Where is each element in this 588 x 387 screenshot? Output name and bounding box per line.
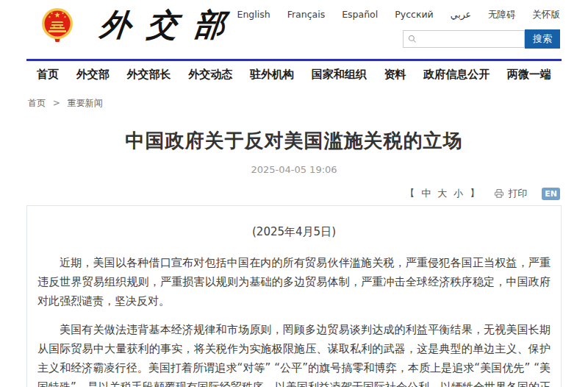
font-medium-button[interactable]: 中 bbox=[421, 187, 431, 200]
bracket-close: 】 bbox=[470, 187, 479, 200]
breadcrumb-separator: > bbox=[53, 98, 60, 108]
font-large-button[interactable]: 大 bbox=[437, 187, 447, 200]
mfa-calligraphy: 外交部 bbox=[98, 4, 243, 46]
site-header: 外交部 English Français Español Русский عرب… bbox=[0, 0, 588, 59]
page-title: 中国政府关于反对美国滥施关税的立场 bbox=[26, 128, 562, 154]
nav-item-ministry[interactable]: 外交部 bbox=[76, 68, 110, 82]
print-label: 打印 bbox=[508, 187, 527, 200]
lang-english[interactable]: English bbox=[237, 9, 270, 21]
search-box bbox=[403, 30, 525, 48]
nav-item-home[interactable]: 首页 bbox=[37, 68, 59, 82]
search-icon bbox=[408, 35, 417, 43]
lang-espanol[interactable]: Español bbox=[342, 9, 378, 21]
article-dateline: (2025年4月5日) bbox=[37, 222, 551, 241]
english-version-badge[interactable]: EN bbox=[542, 188, 560, 200]
nav-item-missions[interactable]: 驻外机构 bbox=[250, 68, 294, 82]
bracket-open: 【 bbox=[405, 187, 415, 200]
font-size-controls: 【 中 大 小 】 bbox=[405, 187, 479, 200]
language-bar: English Français Español Русский عربي 无障… bbox=[237, 9, 560, 21]
mfa-homepage: 外交部 English Français Español Русский عرب… bbox=[0, 0, 588, 387]
lang-russian[interactable]: Русский bbox=[395, 9, 433, 21]
nav-item-resources[interactable]: 资料 bbox=[384, 68, 406, 82]
lang-francais[interactable]: Français bbox=[287, 9, 326, 21]
font-small-button[interactable]: 小 bbox=[453, 187, 463, 200]
search-button[interactable]: 搜索 bbox=[525, 29, 560, 49]
accessibility-link[interactable]: 无障碍 bbox=[488, 9, 516, 21]
article-tools: 【 中 大 小 】 打印 EN bbox=[26, 187, 562, 200]
printer-icon bbox=[494, 188, 504, 199]
article: 中国政府关于反对美国滥施关税的立场 2025-04-05 19:06 【 中 大… bbox=[26, 128, 562, 387]
paragraph-2: 美国有关做法违背基本经济规律和市场原则，罔顾多边贸易谈判达成的利益平衡结果，无视… bbox=[37, 320, 551, 387]
china-national-emblem-icon bbox=[40, 7, 75, 43]
breadcrumb-current[interactable]: 重要新闻 bbox=[68, 98, 103, 108]
nav-item-minister[interactable]: 外交部长 bbox=[127, 68, 171, 82]
lang-arabic[interactable]: عربي bbox=[451, 9, 471, 21]
breadcrumb: 首页 > 重要新闻 bbox=[26, 97, 562, 110]
article-body: (2025年4月5日) 近期，美国以各种借口宣布对包括中国在内的所有贸易伙伴滥施… bbox=[26, 205, 562, 387]
care-version-link[interactable]: 关怀版 bbox=[533, 9, 561, 21]
publish-datetime: 2025-04-05 19:06 bbox=[26, 164, 562, 175]
paragraph-1: 近期，美国以各种借口宣布对包括中国在内的所有贸易伙伴滥施关税，严重侵犯各国正当权… bbox=[37, 253, 551, 310]
search-bar: 搜索 bbox=[403, 29, 560, 49]
print-button[interactable]: 打印 bbox=[494, 187, 527, 200]
mfa-logo[interactable]: 外交部 bbox=[40, 4, 241, 46]
nav-item-gov-info[interactable]: 政府信息公开 bbox=[423, 68, 490, 82]
nav-item-countries[interactable]: 国家和组织 bbox=[312, 68, 367, 82]
nav-item-activities[interactable]: 外交动态 bbox=[188, 68, 232, 82]
main-nav: 首页 外交部 外交部长 外交动态 驻外机构 国家和组织 资料 政府信息公开 两微… bbox=[0, 59, 588, 88]
breadcrumb-home[interactable]: 首页 bbox=[28, 98, 46, 108]
search-input[interactable] bbox=[417, 31, 524, 47]
nav-item-social-media[interactable]: 两微一端 bbox=[507, 68, 551, 82]
